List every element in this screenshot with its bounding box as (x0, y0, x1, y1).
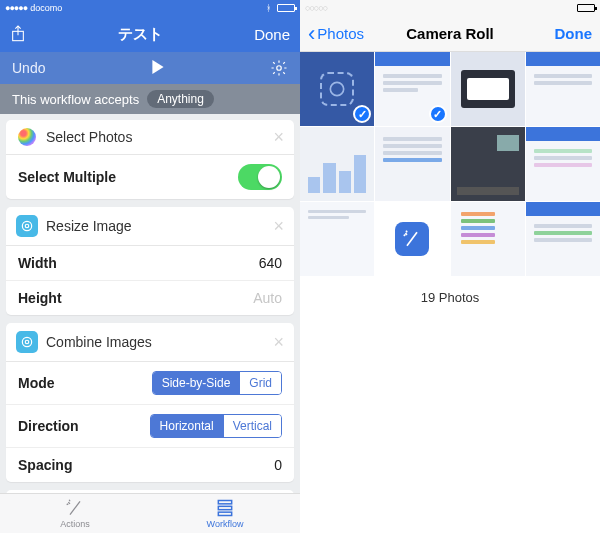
done-button[interactable]: Done (254, 26, 290, 43)
photo-thumb[interactable] (375, 52, 449, 126)
photo-thumb[interactable] (451, 52, 525, 126)
signal-dots-icon: ●●●●● (5, 3, 27, 13)
selected-check-icon (429, 105, 447, 123)
height-label: Height (18, 290, 62, 306)
tab-label: Actions (60, 519, 90, 529)
accepts-type[interactable]: Anything (147, 90, 214, 108)
workflow-list[interactable]: Select Photos × Select Multiple Resize I… (0, 114, 300, 493)
photo-thumb[interactable] (300, 202, 374, 276)
page-title: テスト (118, 25, 163, 44)
close-icon[interactable]: × (273, 217, 284, 235)
battery-icon (277, 4, 295, 12)
direction-horizontal[interactable]: Horizontal (151, 415, 223, 437)
battery-icon (577, 4, 595, 12)
svg-point-3 (22, 221, 31, 230)
chevron-left-icon: ‹ (308, 23, 315, 45)
action-title: Select Photos (46, 129, 132, 145)
done-button[interactable]: Done (555, 25, 593, 42)
svg-rect-9 (218, 512, 231, 515)
tab-bar: Actions Workflow (0, 493, 300, 533)
action-combine-images[interactable]: Combine Images × Mode Side-by-Side Grid … (6, 323, 294, 482)
wand-icon (395, 222, 429, 256)
selected-check-icon (353, 105, 371, 123)
run-bar: Undo (0, 52, 300, 84)
combine-icon (16, 331, 38, 353)
mode-segmented[interactable]: Side-by-Side Grid (152, 371, 282, 395)
direction-label: Direction (18, 418, 79, 434)
photo-count: 19 Photos (300, 276, 600, 319)
resize-icon (16, 215, 38, 237)
close-icon[interactable]: × (273, 333, 284, 351)
picker-nav-bar: ‹ Photos Camera Roll Done (300, 16, 600, 52)
photo-thumb[interactable] (451, 202, 525, 276)
spacing-label: Spacing (18, 457, 72, 473)
share-icon[interactable] (10, 24, 26, 44)
status-bar: ●●●●● docomo ᚼ (0, 0, 300, 16)
back-label: Photos (317, 25, 364, 42)
height-value[interactable]: Auto (253, 290, 282, 306)
action-resize-image[interactable]: Resize Image × Width 640 Height Auto (6, 207, 294, 315)
photo-thumb[interactable] (375, 127, 449, 201)
gear-icon[interactable] (270, 59, 288, 77)
back-button[interactable]: ‹ Photos (308, 23, 364, 45)
photo-thumb[interactable] (451, 127, 525, 201)
photos-icon (18, 128, 36, 146)
mode-side[interactable]: Side-by-Side (153, 372, 240, 394)
bluetooth-icon: ᚼ (266, 3, 271, 13)
status-bar: ○○○○○ (300, 0, 600, 16)
action-title: Resize Image (46, 218, 132, 234)
tab-workflow[interactable]: Workflow (150, 494, 300, 533)
svg-rect-7 (218, 501, 231, 504)
action-select-photos[interactable]: Select Photos × Select Multiple (6, 120, 294, 199)
accepts-bar: This workflow accepts Anything (0, 84, 300, 114)
play-icon[interactable] (151, 60, 165, 77)
photo-thumb[interactable] (526, 202, 600, 276)
select-multiple-toggle[interactable] (238, 164, 282, 190)
spacing-value[interactable]: 0 (274, 457, 282, 473)
close-icon[interactable]: × (273, 128, 284, 146)
photo-thumb[interactable] (300, 127, 374, 201)
nav-bar: テスト Done (0, 16, 300, 52)
svg-point-2 (25, 224, 29, 228)
tab-actions[interactable]: Actions (0, 494, 150, 533)
width-value[interactable]: 640 (259, 255, 282, 271)
direction-segmented[interactable]: Horizontal Vertical (150, 414, 282, 438)
svg-point-5 (22, 337, 31, 346)
photo-grid-wrap: 19 Photos (300, 52, 600, 533)
workflow-editor-pane: ●●●●● docomo ᚼ テスト Done Undo This workfl… (0, 0, 300, 533)
picker-title: Camera Roll (406, 25, 494, 42)
signal-dots-icon: ○○○○○ (305, 3, 327, 13)
photo-thumb[interactable] (526, 52, 600, 126)
tab-label: Workflow (207, 519, 244, 529)
photo-thumb[interactable] (300, 52, 374, 126)
svg-point-4 (25, 340, 29, 344)
photo-picker-pane: ○○○○○ ‹ Photos Camera Roll Done (300, 0, 600, 533)
svg-point-1 (277, 66, 282, 71)
mode-label: Mode (18, 375, 55, 391)
photo-thumb[interactable] (375, 202, 449, 276)
photo-grid[interactable] (300, 52, 600, 276)
accepts-label: This workflow accepts (12, 92, 139, 107)
mode-grid[interactable]: Grid (239, 372, 281, 394)
undo-button[interactable]: Undo (12, 60, 45, 76)
photo-thumb[interactable] (526, 127, 600, 201)
direction-vertical[interactable]: Vertical (223, 415, 281, 437)
action-quick-look[interactable]: Quick Look × (6, 490, 294, 493)
svg-point-10 (330, 82, 343, 95)
carrier-label: docomo (30, 3, 62, 13)
action-title: Combine Images (46, 334, 152, 350)
select-multiple-label: Select Multiple (18, 169, 116, 185)
width-label: Width (18, 255, 57, 271)
svg-rect-8 (218, 506, 231, 509)
